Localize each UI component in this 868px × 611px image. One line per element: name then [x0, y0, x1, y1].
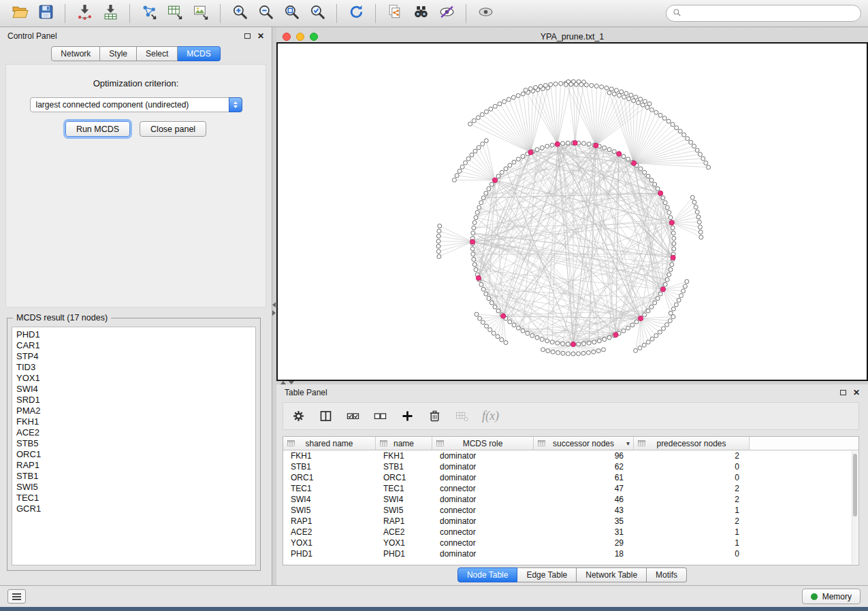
open-folder-button[interactable]: [7, 3, 32, 24]
window-minimize-icon[interactable]: [296, 33, 304, 41]
import-network-button[interactable]: [72, 3, 97, 24]
table-cell[interactable]: 62: [534, 462, 634, 472]
table-cell[interactable]: ACE2: [376, 527, 432, 537]
table-cell[interactable]: 43: [534, 506, 634, 515]
table-cell[interactable]: 61: [534, 473, 634, 482]
mcds-result-item[interactable]: GCR1: [12, 503, 255, 514]
window-close-icon[interactable]: [283, 33, 291, 41]
table-cell[interactable]: 46: [534, 495, 634, 504]
table-cell[interactable]: SWI5: [283, 506, 376, 515]
table-cell[interactable]: connector: [432, 484, 534, 493]
task-history-button[interactable]: [7, 589, 26, 604]
zoom-in-button[interactable]: [227, 3, 252, 24]
tab-select[interactable]: Select: [137, 46, 178, 61]
mcds-result-item[interactable]: STP4: [12, 351, 255, 362]
mcds-result-item[interactable]: ACE2: [12, 427, 255, 438]
table-cell[interactable]: 1: [634, 538, 750, 548]
column-header-shared-name[interactable]: shared name: [283, 437, 376, 450]
column-header-successor-nodes[interactable]: successor nodes▾: [534, 437, 634, 450]
table-cell[interactable]: connector: [432, 527, 534, 537]
select-all-button[interactable]: [346, 409, 360, 423]
table-cell[interactable]: RAP1: [283, 516, 376, 526]
sort-desc-icon[interactable]: ▾: [626, 440, 630, 447]
mcds-result-item[interactable]: YOX1: [12, 373, 255, 384]
table-cell[interactable]: TEC1: [283, 484, 376, 493]
table-row[interactable]: ORC1ORC1dominator610: [283, 472, 858, 483]
refresh-button[interactable]: [344, 3, 368, 24]
close-panel-icon[interactable]: ✕: [257, 32, 264, 40]
table-cell[interactable]: 2: [634, 495, 750, 504]
copy-share-button[interactable]: [383, 3, 407, 24]
table-cell[interactable]: TEC1: [376, 484, 432, 493]
table-cell[interactable]: 1: [634, 527, 750, 537]
table-cell[interactable]: ORC1: [376, 473, 432, 482]
table-row[interactable]: PHD1PHD1dominator180: [283, 548, 858, 559]
table-cell[interactable]: 47: [534, 484, 634, 493]
tab-motifs[interactable]: Motifs: [647, 567, 687, 582]
function-builder-button[interactable]: f(x): [482, 409, 499, 423]
mcds-result-item[interactable]: FKH1: [12, 416, 255, 427]
table-row[interactable]: ACE2ACE2connector311: [283, 527, 858, 538]
table-row[interactable]: SWI4SWI4dominator462: [283, 494, 858, 505]
mcds-result-list[interactable]: PHD1CAR1STP4TID3YOX1SWI4SRD1PMA2FKH1ACE2…: [12, 327, 256, 565]
tab-edge-table[interactable]: Edge Table: [517, 567, 577, 582]
table-cell[interactable]: 2: [634, 516, 750, 526]
table-row[interactable]: RAP1RAP1dominator352: [283, 516, 858, 527]
table-cell[interactable]: 2: [634, 484, 750, 493]
table-row[interactable]: SWI5SWI5connector431: [283, 505, 858, 516]
table-cell[interactable]: STB1: [376, 462, 432, 472]
memory-button[interactable]: Memory: [802, 589, 861, 604]
column-header-name[interactable]: name: [376, 437, 432, 450]
mcds-result-item[interactable]: ORC1: [12, 449, 255, 460]
table-cell[interactable]: dominator: [432, 549, 534, 559]
mcds-result-item[interactable]: PHD1: [12, 329, 255, 340]
criterion-select[interactable]: largest connected component (undirected): [30, 97, 242, 112]
mcds-result-item[interactable]: PMA2: [12, 406, 255, 416]
table-cell[interactable]: dominator: [432, 462, 534, 472]
close-panel-button[interactable]: Close panel: [140, 121, 206, 137]
table-cell[interactable]: SWI5: [376, 506, 432, 515]
mcds-result-item[interactable]: CAR1: [12, 340, 255, 351]
table-cell[interactable]: dominator: [432, 495, 534, 504]
zoom-fit-button[interactable]: [279, 3, 304, 24]
table-row[interactable]: YOX1YOX1connector291: [283, 538, 858, 548]
network-canvas[interactable]: [276, 42, 868, 381]
run-mcds-button[interactable]: Run MCDS: [65, 121, 130, 137]
table-scrollbar[interactable]: [852, 451, 858, 564]
table-row[interactable]: TEC1TEC1connector472: [283, 483, 858, 494]
float-table-panel-icon[interactable]: [840, 390, 846, 395]
table-cell[interactable]: STB1: [283, 462, 376, 472]
table-cell[interactable]: SWI4: [283, 495, 376, 504]
mcds-result-item[interactable]: TID3: [12, 362, 255, 373]
table-cell[interactable]: 29: [534, 538, 634, 548]
table-cell[interactable]: RAP1: [376, 516, 432, 526]
mcds-result-item[interactable]: SWI5: [12, 482, 255, 493]
table-cell[interactable]: 0: [634, 549, 750, 559]
import-disabled-button[interactable]: [455, 409, 469, 423]
column-header-MCDS-role[interactable]: MCDS role: [432, 437, 534, 450]
table-cell[interactable]: connector: [432, 538, 534, 548]
add-button[interactable]: [400, 409, 415, 423]
export-image-button[interactable]: [189, 3, 213, 24]
search-box[interactable]: [666, 5, 861, 22]
column-header-predecessor-nodes[interactable]: predecessor nodes: [634, 437, 750, 450]
tab-style[interactable]: Style: [100, 46, 137, 61]
table-cell[interactable]: ACE2: [283, 527, 376, 537]
table-cell[interactable]: YOX1: [376, 538, 432, 548]
import-table-button[interactable]: [98, 3, 123, 24]
mcds-result-item[interactable]: TEC1: [12, 493, 255, 503]
close-table-panel-icon[interactable]: ✕: [853, 389, 860, 397]
table-cell[interactable]: connector: [432, 506, 534, 515]
zoom-selected-button[interactable]: [305, 3, 329, 24]
table-cell[interactable]: 18: [534, 549, 634, 559]
table-cell[interactable]: dominator: [432, 516, 534, 526]
table-cell[interactable]: 96: [534, 451, 634, 461]
mcds-result-item[interactable]: SWI4: [12, 384, 255, 395]
table-cell[interactable]: FKH1: [283, 451, 376, 461]
delete-button[interactable]: [428, 409, 442, 423]
new-network-button[interactable]: [137, 3, 161, 24]
table-cell[interactable]: FKH1: [376, 451, 432, 461]
save-button[interactable]: [33, 3, 58, 24]
tab-network[interactable]: Network: [51, 46, 100, 61]
gear-button[interactable]: [291, 409, 306, 423]
